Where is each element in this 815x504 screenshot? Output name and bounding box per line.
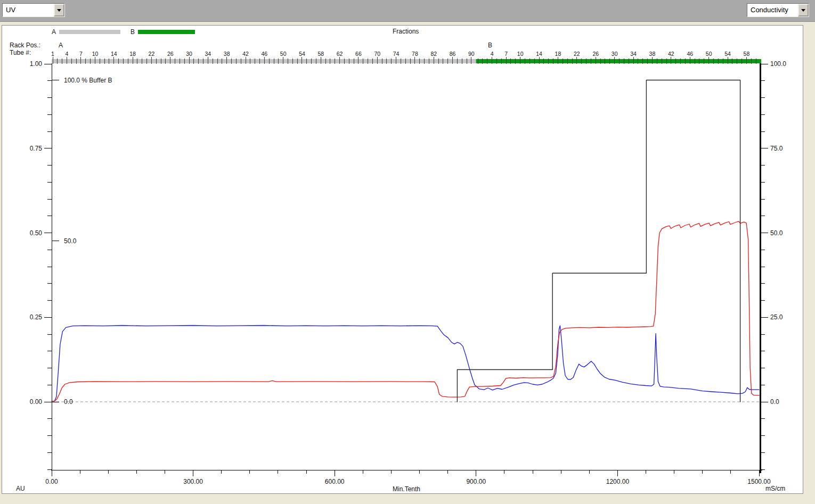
tube-number: 78: [412, 51, 418, 57]
tube-number: 50: [280, 51, 287, 57]
tube-number: 90: [468, 51, 475, 57]
tube-number: 4: [491, 51, 494, 57]
x-axis-tick-label: 600.00: [325, 478, 345, 485]
chromatogram-chart: 1471014182226303438424650545862667074788…: [0, 0, 815, 504]
tube-number: 34: [630, 51, 637, 57]
x-axis-tick-label: 0.00: [45, 478, 58, 485]
buffer-b-0-annotation: 0.0: [64, 398, 73, 406]
rack-b-letter: B: [488, 42, 492, 49]
tube-number: 22: [149, 51, 155, 57]
tube-number: 34: [205, 51, 211, 57]
left-axis-tick-label: 0.00: [30, 398, 43, 406]
left-axis-tick-label: 0.50: [30, 229, 43, 237]
tube-number: 30: [612, 51, 618, 57]
tube-number: 58: [317, 51, 324, 57]
left-axis-tick-label: 0.25: [30, 313, 43, 321]
rack-a-letter: A: [59, 42, 63, 49]
tube-number: 86: [450, 51, 456, 57]
tube-number: 50: [706, 51, 712, 57]
tube-number: 14: [111, 51, 117, 57]
buffer-b-50-annotation: 50.0: [64, 237, 77, 245]
tube-number: 42: [242, 51, 249, 57]
tube-number: 26: [592, 51, 599, 57]
x-axis-tick-label: 1200.00: [606, 478, 630, 485]
tube-number: 46: [262, 51, 268, 57]
tube-number: 66: [355, 51, 362, 57]
tube-number-label: Tube #:: [10, 49, 31, 56]
legend-a-label: A: [52, 28, 56, 36]
tube-number: 26: [167, 51, 174, 57]
tube-number: 1: [51, 51, 54, 57]
left-axis-tick-label: 0.75: [30, 145, 43, 152]
left-axis-tick-label: 1.00: [30, 60, 43, 68]
tube-number: 58: [744, 51, 750, 57]
x-axis-unit-label: Min.Tenth: [393, 485, 420, 493]
tube-number: 42: [668, 51, 674, 57]
tube-number: 74: [393, 51, 400, 57]
tube-number: 38: [649, 51, 656, 57]
tube-number: 18: [129, 51, 136, 57]
tube-number: 7: [79, 51, 83, 57]
right-axis-tick-label: 50.0: [770, 229, 783, 237]
tube-number: 22: [574, 51, 580, 57]
rack-a-band: [52, 59, 476, 63]
legend-b-label: B: [131, 28, 135, 36]
right-axis-tick-label: 25.0: [770, 313, 783, 321]
tube-number: 54: [724, 51, 731, 57]
right-axis-tick-label: 75.0: [770, 145, 783, 152]
x-axis-tick-label: 900.00: [466, 478, 486, 485]
tube-number: 18: [555, 51, 561, 57]
tube-number: 62: [337, 51, 343, 57]
left-axis-unit-label: AU: [16, 485, 25, 492]
tube-number: 10: [517, 51, 524, 57]
tube-number: 82: [430, 51, 437, 57]
tube-number: 10: [92, 51, 99, 57]
tube-number: 4: [66, 51, 69, 57]
tube-number: 54: [299, 51, 305, 57]
buffer-b-trace: [457, 80, 740, 402]
right-axis-unit-label: mS/cm: [765, 485, 785, 492]
right-axis-tick-label: 100.0: [770, 60, 786, 68]
rack-pos-label: Rack Pos.:: [10, 42, 40, 49]
tube-number: 30: [186, 51, 192, 57]
tube-number: 46: [687, 51, 693, 57]
tube-number: 14: [536, 51, 542, 57]
tube-number: 70: [374, 51, 380, 57]
legend-a-bar: [59, 30, 120, 34]
x-axis-tick-label: 300.00: [183, 478, 203, 485]
tube-number: 38: [224, 51, 230, 57]
uv-trace: [52, 326, 759, 401]
right-axis-tick-label: 0.0: [770, 398, 779, 406]
x-axis-tick-label: 1500.00: [747, 478, 771, 485]
tube-number: 7: [504, 51, 508, 57]
fractions-label: Fractions: [393, 28, 419, 35]
legend-b-bar: [138, 30, 195, 34]
buffer-b-100-annotation: 100.0 % Buffer B: [64, 77, 112, 84]
conductivity-trace: [52, 221, 759, 401]
